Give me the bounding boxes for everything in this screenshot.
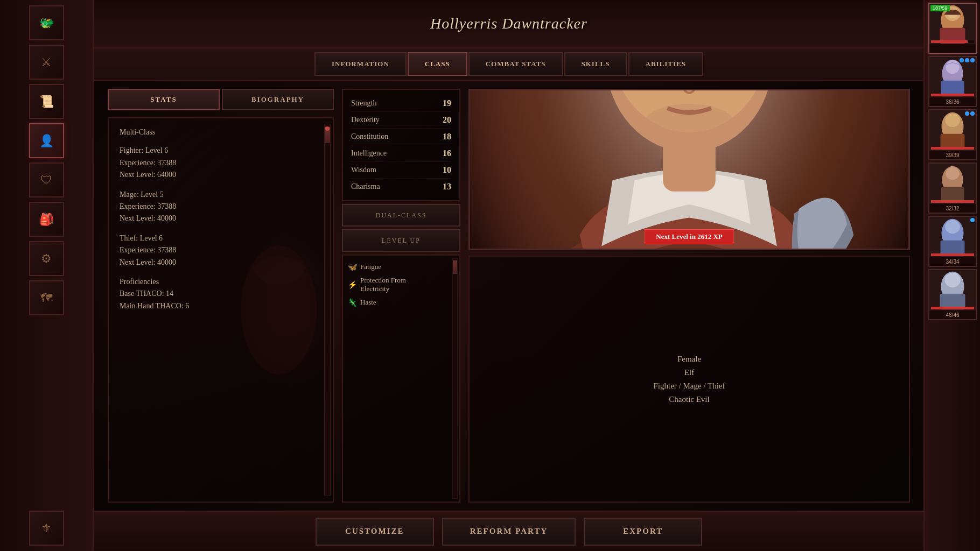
party-member-6[interactable]: 46/46 bbox=[928, 269, 977, 320]
effect-electricity: ⚡ Protection FromElectricity bbox=[347, 274, 455, 295]
portrait-panel: Next Level in 2612 XP Female Elf Fighter… bbox=[468, 89, 910, 503]
fatigue-label: Fatigue bbox=[360, 263, 381, 271]
sidebar-icon-dragon[interactable]: 🐲 bbox=[29, 5, 64, 40]
attr-charisma-value: 13 bbox=[443, 182, 451, 192]
proficiencies-label: Proficiencies bbox=[120, 276, 325, 288]
main-hand-thaco: Main Hand THACO: 6 bbox=[120, 300, 325, 312]
thief-exp: Experience: 37388 bbox=[120, 244, 325, 256]
tab-combat-stats[interactable]: COMBAT STATS bbox=[468, 52, 563, 76]
hp-bar-1 bbox=[931, 40, 968, 43]
attr-wisdom-value: 10 bbox=[443, 165, 451, 175]
sidebar-icon-bag[interactable]: 🎒 bbox=[29, 202, 64, 237]
sidebar-icon-portrait[interactable]: 👤 bbox=[29, 123, 64, 158]
sidebar-icon-gear[interactable]: ⚙ bbox=[29, 241, 64, 276]
sidebar-icon-sword[interactable]: ⚔ bbox=[29, 45, 64, 80]
character-name: Hollyerris Dawntracker bbox=[430, 15, 587, 32]
fighter-name: Fighter: Level 6 bbox=[120, 145, 325, 157]
attr-charisma-label: Charisma bbox=[351, 182, 380, 191]
sidebar-icon-bottom[interactable]: ⚜ bbox=[29, 511, 64, 546]
attr-row-charisma: Charisma 13 bbox=[351, 179, 451, 195]
tab-navigation: INFORMATION CLASS COMBAT STATS SKILLS AB… bbox=[94, 48, 923, 81]
status-icons-5 bbox=[970, 218, 975, 222]
svg-point-11 bbox=[946, 167, 959, 180]
portrait-5 bbox=[929, 217, 976, 257]
effects-scrollbar-thumb bbox=[453, 260, 457, 274]
tab-abilities[interactable]: ABILITIES bbox=[628, 52, 703, 76]
left-sidebar: 🐲 ⚔ 📜 👤 🛡 🎒 ⚙ 🗺 ⚜ bbox=[0, 0, 94, 551]
party-member-1[interactable]: 187/59 bbox=[928, 3, 977, 54]
party-member-4[interactable]: 32/32 bbox=[928, 163, 977, 214]
stats-scrollbar[interactable] bbox=[324, 124, 331, 496]
customize-button[interactable]: CUSTOMIZE bbox=[316, 518, 434, 546]
hp-bar-6 bbox=[931, 307, 974, 309]
svg-point-14 bbox=[945, 220, 960, 234]
xp-badge: Next Level in 2612 XP bbox=[645, 229, 733, 244]
char-class: Fighter / Mage / Thief bbox=[653, 382, 725, 391]
hp-bar-bg-6 bbox=[931, 307, 974, 309]
attr-strength-value: 19 bbox=[443, 98, 451, 108]
hp-bar-2 bbox=[931, 94, 974, 96]
stats-tab-nav: STATS BIOGRAPHY bbox=[108, 89, 334, 110]
thief-next: Next Level: 40000 bbox=[120, 257, 325, 269]
tab-class[interactable]: CLASS bbox=[408, 52, 467, 76]
effects-scrollbar[interactable] bbox=[452, 258, 458, 499]
svg-point-17 bbox=[944, 273, 960, 287]
attr-strength-label: Strength bbox=[351, 99, 376, 108]
sidebar-icon-armor[interactable]: 🛡 bbox=[29, 163, 64, 197]
char-gender: Female bbox=[677, 355, 701, 364]
status-icons-3 bbox=[965, 111, 975, 116]
attr-intelligence-label: Intelligence bbox=[351, 149, 387, 158]
tab-skills[interactable]: SKILLS bbox=[564, 52, 627, 76]
hp-bar-3 bbox=[931, 147, 974, 150]
hp-text-6: 46/46 bbox=[929, 312, 976, 318]
hp-bar-bg-1 bbox=[931, 40, 974, 43]
attr-dexterity-label: Dexterity bbox=[351, 116, 380, 124]
portrait-svg bbox=[470, 90, 908, 249]
mage-next: Next Level: 40000 bbox=[120, 213, 325, 224]
attr-row-wisdom: Wisdom 10 bbox=[351, 162, 451, 179]
effects-panel: 🦋 Fatigue ⚡ Protection FromElectricity 🦎… bbox=[342, 255, 460, 503]
sidebar-icon-scroll[interactable]: 📜 bbox=[29, 84, 64, 119]
thief-name: Thief: Level 6 bbox=[120, 232, 325, 244]
svg-point-31 bbox=[646, 104, 733, 139]
stats-panel: STATS BIOGRAPHY Multi- bbox=[108, 89, 334, 503]
base-thaco: Base THACO: 14 bbox=[120, 288, 325, 300]
level-up-button[interactable]: LEVEL UP bbox=[342, 229, 460, 252]
portrait-3 bbox=[929, 110, 976, 151]
portrait-2 bbox=[929, 57, 976, 97]
portrait-frame: Next Level in 2612 XP bbox=[468, 89, 910, 250]
party-member-5[interactable]: 34/34 bbox=[928, 216, 977, 267]
party-member-2[interactable]: 36/36 bbox=[928, 56, 977, 107]
status-icons-2 bbox=[960, 58, 975, 62]
stats-tab-stats[interactable]: STATS bbox=[108, 89, 220, 110]
portrait-4 bbox=[929, 164, 976, 204]
stats-tab-biography[interactable]: BIOGRAPHY bbox=[222, 89, 334, 110]
fighter-exp: Experience: 37388 bbox=[120, 157, 325, 169]
attr-constitution-label: Constitution bbox=[351, 132, 388, 141]
export-button[interactable]: EXPORT bbox=[584, 518, 702, 546]
proficiencies-section: Proficiencies Base THACO: 14 Main Hand T… bbox=[120, 276, 325, 312]
char-race: Elf bbox=[684, 368, 694, 377]
hp-text-2: 36/36 bbox=[929, 99, 976, 105]
attr-row-constitution: Constitution 18 bbox=[351, 129, 451, 145]
sidebar-icon-map[interactable]: 🗺 bbox=[29, 280, 64, 315]
attr-row-dexterity: Dexterity 20 bbox=[351, 112, 451, 129]
hp-text-3: 39/39 bbox=[929, 152, 976, 158]
multiclass-section: Multi-Class Fighter: Level 6 Experience:… bbox=[120, 126, 325, 269]
party-member-3[interactable]: 39/39 bbox=[928, 109, 977, 160]
tab-information[interactable]: INFORMATION bbox=[314, 52, 407, 76]
mage-name: Mage: Level 5 bbox=[120, 189, 325, 201]
bottom-bar: CUSTOMIZE REFORM PARTY EXPORT bbox=[94, 511, 923, 551]
electricity-label: Protection FromElectricity bbox=[360, 276, 406, 293]
attr-row-strength: Strength 19 bbox=[351, 95, 451, 112]
attributes-panel: Strength 19 Dexterity 20 Constitution 18… bbox=[342, 89, 460, 503]
attr-constitution-value: 18 bbox=[443, 132, 451, 142]
stats-content: Multi-Class Fighter: Level 6 Experience:… bbox=[108, 117, 334, 503]
title-bar: Hollyerris Dawntracker bbox=[94, 0, 923, 48]
attribute-table: Strength 19 Dexterity 20 Constitution 18… bbox=[342, 89, 460, 201]
svg-point-5 bbox=[946, 60, 959, 74]
dual-class-button[interactable]: DUAL-CLASS bbox=[342, 204, 460, 227]
reform-party-button[interactable]: REFORM PARTY bbox=[442, 518, 576, 546]
hp-text-4: 32/32 bbox=[929, 206, 976, 211]
char-alignment: Chaotic Evil bbox=[669, 395, 709, 404]
